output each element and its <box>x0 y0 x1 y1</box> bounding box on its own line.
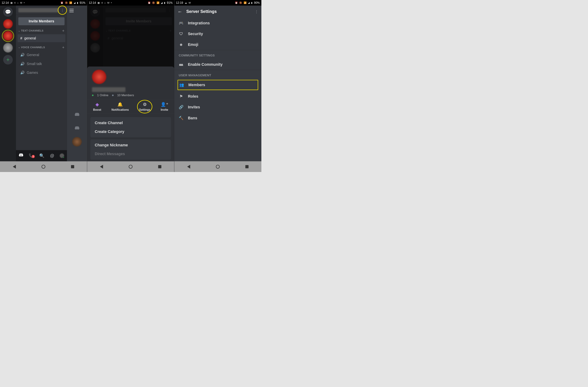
settings-header: ← Server Settings ⋮ <box>174 5 261 18</box>
dot-icon: • <box>24 1 24 4</box>
invite-button[interactable]: 👤⁺ Invite <box>161 102 168 111</box>
nav-search-icon[interactable]: 🔍 <box>39 153 44 158</box>
create-channel-item[interactable]: Create Channel <box>95 121 167 125</box>
status-time: 12:14 <box>2 1 9 4</box>
hammer-icon: 🔨 <box>179 116 184 120</box>
dm-button[interactable]: 💬 <box>3 7 13 17</box>
shield-icon: 🛡 <box>179 32 184 36</box>
channel-general[interactable]: # general <box>18 34 65 42</box>
flag-icon: ⚑ <box>179 94 184 99</box>
nav-mentions-icon[interactable]: @ <box>50 153 54 158</box>
roles-item[interactable]: ⚑ Roles <box>174 91 261 102</box>
server-icon-2[interactable] <box>3 31 13 41</box>
voice-channel-games[interactable]: 🔊 Games <box>18 69 65 77</box>
nav-friends-icon[interactable]: 📞1 <box>29 153 34 158</box>
wifi-icon: 📶 <box>69 1 72 4</box>
online-dot-icon <box>92 94 94 96</box>
member-avatar-1[interactable] <box>72 110 82 119</box>
emoji-item[interactable]: ☻ Emoji <box>174 39 261 50</box>
android-nav <box>0 161 87 172</box>
mute-icon: 🔕 <box>152 1 155 4</box>
server-name <box>18 8 59 12</box>
m-icon: M <box>189 1 191 4</box>
settings-button[interactable]: ⚙ Settings <box>139 102 150 111</box>
server-avatar <box>92 70 106 84</box>
back-button[interactable]: ← <box>177 9 182 14</box>
voice-channel-general[interactable]: 🔊 General <box>18 51 65 59</box>
hamburger-icon[interactable] <box>69 9 74 12</box>
speaker-icon: 🔊 <box>20 71 24 75</box>
nav-back-button[interactable] <box>187 165 190 168</box>
text-channels-header[interactable]: ⌄ TEXT CHANNELS + <box>16 28 67 34</box>
create-category-item[interactable]: Create Category <box>95 129 167 134</box>
notifications-button[interactable]: 🔔 Notifications <box>111 102 129 111</box>
nav-recents-button[interactable] <box>71 165 74 168</box>
enable-community-item[interactable]: 🏘 Enable Community <box>174 59 261 70</box>
m-icon: M <box>107 1 109 4</box>
security-item[interactable]: 🛡 Security <box>174 28 261 39</box>
member-avatar-2[interactable] <box>72 123 82 133</box>
nav-recents-button[interactable] <box>245 165 249 168</box>
chevron-down-icon: ⌄ <box>18 46 20 49</box>
bans-item[interactable]: 🔨 Bans <box>174 113 261 124</box>
battery-percent: 91% <box>80 1 85 4</box>
signal-icon: ◢ <box>161 1 163 4</box>
alarm-icon: ⏰ <box>148 1 151 4</box>
user-management-header: USER MANAGEMENT <box>174 70 261 79</box>
nav-home-button[interactable] <box>129 165 132 168</box>
gamepad-icon: 🎮 <box>179 21 184 25</box>
nav-back-button[interactable] <box>100 165 103 168</box>
phone-1: 12:14 ▦ 4 ⌂ M • ⏰ 🔕 📶 ◢ ▮ 91% 💬 <box>0 0 87 172</box>
community-icon: 🏘 <box>179 62 184 67</box>
cloud-icon: ☁ <box>185 1 187 4</box>
nav-back-button[interactable] <box>13 165 16 168</box>
gear-icon: ⚙ <box>143 102 147 107</box>
members-item[interactable]: 👥 Members <box>177 80 258 90</box>
more-button[interactable]: ⋮ <box>255 9 258 14</box>
cloud-icon: ⌂ <box>17 1 19 4</box>
voice-channel-smalltalk[interactable]: 🔊 Small talk <box>18 60 65 68</box>
change-nickname-item[interactable]: Change Nickname <box>95 143 167 147</box>
nav-home-button[interactable] <box>216 165 220 168</box>
invites-item[interactable]: 🔗 Invites <box>174 102 261 113</box>
nav-home-button[interactable] <box>42 165 45 168</box>
add-voice-channel-button[interactable]: + <box>62 45 64 50</box>
add-server-button[interactable]: + <box>3 55 13 64</box>
boost-button[interactable]: ◈ Boost <box>93 102 101 111</box>
page-title: Server Settings <box>186 9 251 14</box>
dot-icon: • <box>111 1 112 4</box>
voice-channels-header[interactable]: ⌄ VOICE CHANNELS + <box>16 44 67 51</box>
server-icon-3[interactable] <box>3 43 13 53</box>
nav-discord-icon[interactable] <box>19 153 23 158</box>
invite-members-button[interactable]: Invite Members <box>18 17 64 25</box>
link-icon: 🔗 <box>179 105 184 109</box>
phone-2: 12:14 ▦ 4 ⌂ M • ⏰ 🔕 📶 ◢ ▮ 91% 💬 <box>87 0 174 172</box>
m-icon: M <box>20 1 22 4</box>
server-more-button[interactable]: ⋮ <box>60 8 64 12</box>
cloud-icon: ⌂ <box>104 1 106 4</box>
add-text-channel-button[interactable]: + <box>62 28 64 33</box>
nav-avatar[interactable] <box>60 154 64 158</box>
community-settings-header: COMMUNITY SETTINGS <box>174 50 261 59</box>
server-list: 💬 + <box>0 5 16 161</box>
nav-recents-button[interactable] <box>158 165 161 168</box>
alarm-icon: ⏰ <box>235 1 238 4</box>
status-bar: 12:14 ▦ 4 ⌂ M • ⏰ 🔕 📶 ◢ ▮ 91% <box>87 0 174 5</box>
server-name-blurred <box>92 87 126 92</box>
battery-percent: 91% <box>167 1 173 4</box>
speaker-icon: 🔊 <box>20 62 24 66</box>
server-icon-1[interactable] <box>3 19 13 29</box>
direct-messages-item[interactable]: Direct Messages <box>95 152 167 156</box>
discord-bottom-nav: 📞1 🔍 @ <box>16 150 67 161</box>
battery-icon: ▮ <box>164 1 166 4</box>
mute-icon: 🔕 <box>239 1 242 4</box>
chevron-down-icon: ⌄ <box>18 29 20 32</box>
status-bar: 12:14 ▦ 4 ⌂ M • ⏰ 🔕 📶 ◢ ▮ 91% <box>0 0 87 5</box>
boost-icon: ◈ <box>96 102 99 107</box>
phone-3: 12:19 ☁ M ⏰ 🔕 📶 ◢ ▮ 90% ← Server Setting… <box>174 0 261 172</box>
wifi-icon: 📶 <box>244 1 247 4</box>
invite-icon: 👤⁺ <box>161 102 168 107</box>
android-nav <box>87 161 174 172</box>
integrations-item[interactable]: 🎮 Integrations <box>174 18 261 28</box>
member-avatar-3[interactable] <box>72 137 82 146</box>
